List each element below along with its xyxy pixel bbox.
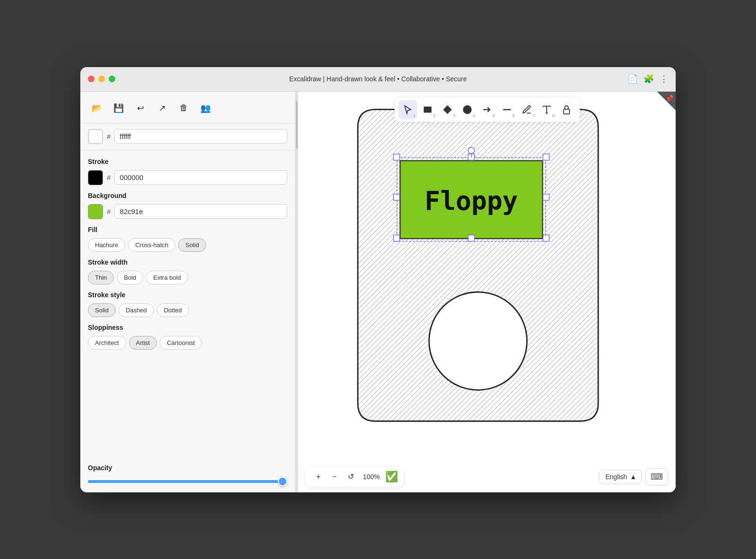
svg-rect-4 bbox=[563, 109, 569, 114]
background-color-swatch[interactable] bbox=[88, 129, 103, 144]
stroke-dashed-btn[interactable]: Dashed bbox=[119, 303, 154, 317]
background-label: Background bbox=[88, 192, 287, 199]
sidebar-toolbar: 📂 💾 ↩ ↗ 🗑 👥 bbox=[80, 92, 295, 123]
fill-crosshatch-btn[interactable]: Cross-hatch bbox=[128, 238, 175, 252]
delete-button[interactable]: 🗑 bbox=[175, 99, 193, 117]
close-button[interactable] bbox=[88, 76, 94, 82]
pencil-tool-btn[interactable]: 7 bbox=[517, 100, 536, 119]
svg-point-1 bbox=[463, 105, 471, 113]
bottom-bar: + − ↺ 100% ✅ English ▲ ⌨ bbox=[298, 467, 676, 487]
background-color-swatch-green[interactable] bbox=[88, 204, 103, 219]
keyboard-btn[interactable]: ⌨ bbox=[645, 468, 668, 485]
minimize-button[interactable] bbox=[98, 76, 105, 82]
rectangle-tool-btn[interactable]: 2 bbox=[418, 100, 437, 119]
language-selector[interactable]: English ▲ bbox=[599, 470, 642, 484]
color-row: # ffffff bbox=[88, 129, 287, 144]
hash-symbol-bg: # bbox=[107, 207, 111, 215]
stroke-dotted-btn[interactable]: Dotted bbox=[157, 303, 189, 317]
fill-solid-btn[interactable]: Solid bbox=[178, 238, 206, 252]
color-section: # ffffff bbox=[80, 123, 295, 150]
opacity-label: Opacity bbox=[88, 464, 287, 472]
app-body: 📂 💾 ↩ ↗ 🗑 👥 # ffffff Stroke bbox=[80, 92, 676, 492]
sloppiness-artist-btn[interactable]: Artist bbox=[129, 336, 157, 350]
canvas-drawing: Floppy bbox=[298, 92, 676, 492]
zoom-reset-btn[interactable]: ↺ bbox=[344, 470, 358, 484]
app-window: Excalidraw | Hand-drawn look & feel • Co… bbox=[80, 67, 676, 492]
opacity-slider[interactable] bbox=[88, 480, 287, 483]
sloppiness-label: Sloppiness bbox=[88, 324, 287, 331]
new-file-icon[interactable]: 📄 bbox=[627, 74, 638, 84]
sloppiness-cartoonist-btn[interactable]: Cartoonist bbox=[160, 336, 202, 350]
line-tool-btn[interactable]: 6 bbox=[498, 100, 516, 119]
background-color-input[interactable]: 82c91e bbox=[114, 204, 287, 219]
canvas-area[interactable]: 📌 1 2 bbox=[298, 92, 676, 492]
opacity-section: Opacity bbox=[80, 464, 295, 492]
svg-rect-10 bbox=[394, 154, 400, 160]
sloppiness-options: Architect Artist Cartoonist bbox=[88, 336, 287, 350]
hash-symbol-stroke: # bbox=[107, 173, 111, 181]
properties-section: Stroke # 000000 Background # 82c91e Fill… bbox=[80, 150, 295, 464]
sidebar: 📂 💾 ↩ ↗ 🗑 👥 # ffffff Stroke bbox=[80, 92, 295, 492]
stroke-bold-btn[interactable]: Bold bbox=[117, 271, 143, 284]
traffic-lights bbox=[88, 76, 115, 82]
zoom-out-btn[interactable]: − bbox=[327, 470, 342, 484]
fill-options: Hachure Cross-hatch Solid bbox=[88, 238, 287, 252]
svg-text:Floppy: Floppy bbox=[425, 185, 518, 215]
open-button[interactable]: 📂 bbox=[88, 99, 106, 117]
stroke-width-label: Stroke width bbox=[88, 258, 287, 266]
titlebar-actions: 📄 🧩 ⋮ bbox=[627, 74, 668, 84]
zoom-controls: + − ↺ 100% ✅ bbox=[306, 467, 404, 487]
svg-rect-14 bbox=[543, 194, 549, 200]
svg-point-6 bbox=[429, 292, 527, 390]
more-icon[interactable]: ⋮ bbox=[660, 74, 668, 84]
svg-rect-0 bbox=[423, 106, 431, 112]
ellipse-tool-btn[interactable]: 4 bbox=[458, 100, 477, 119]
stroke-thin-btn[interactable]: Thin bbox=[88, 271, 114, 284]
hash-symbol: # bbox=[107, 132, 111, 140]
drawing-toolbar: 1 2 3 bbox=[395, 97, 580, 122]
svg-rect-13 bbox=[394, 194, 400, 200]
chevron-up-icon: ▲ bbox=[630, 473, 636, 481]
fill-label: Fill bbox=[88, 226, 287, 233]
select-tool-btn[interactable]: 1 bbox=[398, 100, 417, 119]
stroke-label: Stroke bbox=[88, 158, 287, 165]
stroke-style-options: Solid Dashed Dotted bbox=[88, 303, 287, 317]
stroke-style-label: Stroke style bbox=[88, 291, 287, 299]
stroke-row: # 000000 bbox=[88, 170, 287, 185]
titlebar: Excalidraw | Hand-drawn look & feel • Co… bbox=[80, 67, 676, 92]
scrollbar-thumb bbox=[296, 101, 298, 148]
users-button[interactable]: 👥 bbox=[197, 99, 215, 117]
color-input[interactable]: ffffff bbox=[114, 129, 287, 144]
undo-button[interactable]: ↩ bbox=[131, 99, 149, 117]
svg-rect-16 bbox=[468, 235, 474, 241]
lock-tool-btn[interactable] bbox=[557, 100, 576, 119]
stroke-width-options: Thin Bold Extra bold bbox=[88, 271, 287, 284]
right-controls: English ▲ ⌨ bbox=[599, 468, 668, 485]
text-tool-btn[interactable]: 8 bbox=[537, 100, 556, 119]
save-button[interactable]: 💾 bbox=[110, 99, 128, 117]
stroke-color-swatch[interactable] bbox=[88, 170, 103, 185]
svg-rect-12 bbox=[543, 154, 549, 160]
zoom-in-btn[interactable]: + bbox=[311, 470, 326, 484]
svg-rect-17 bbox=[543, 235, 549, 241]
arrow-tool-btn[interactable]: 5 bbox=[478, 100, 497, 119]
svg-point-18 bbox=[468, 147, 474, 153]
puzzle-icon[interactable]: 🧩 bbox=[644, 74, 654, 84]
window-title: Excalidraw | Hand-drawn look & feel • Co… bbox=[289, 75, 467, 83]
background-row: # 82c91e bbox=[88, 204, 287, 219]
zoom-level: 100% bbox=[360, 473, 383, 481]
stroke-extra-bold-btn[interactable]: Extra bold bbox=[146, 271, 188, 284]
sloppiness-architect-btn[interactable]: Architect bbox=[88, 336, 126, 350]
export-button[interactable]: ↗ bbox=[153, 99, 171, 117]
language-label: English bbox=[605, 473, 627, 481]
bookmark-icon: 📌 bbox=[665, 95, 673, 102]
fill-hachure-btn[interactable]: Hachure bbox=[88, 238, 125, 252]
save-badge: ✅ bbox=[385, 471, 398, 483]
svg-rect-15 bbox=[394, 235, 400, 241]
stroke-solid-btn[interactable]: Solid bbox=[88, 303, 116, 317]
maximize-button[interactable] bbox=[109, 76, 115, 82]
stroke-color-input[interactable]: 000000 bbox=[114, 170, 287, 185]
diamond-tool-btn[interactable]: 3 bbox=[438, 100, 457, 119]
